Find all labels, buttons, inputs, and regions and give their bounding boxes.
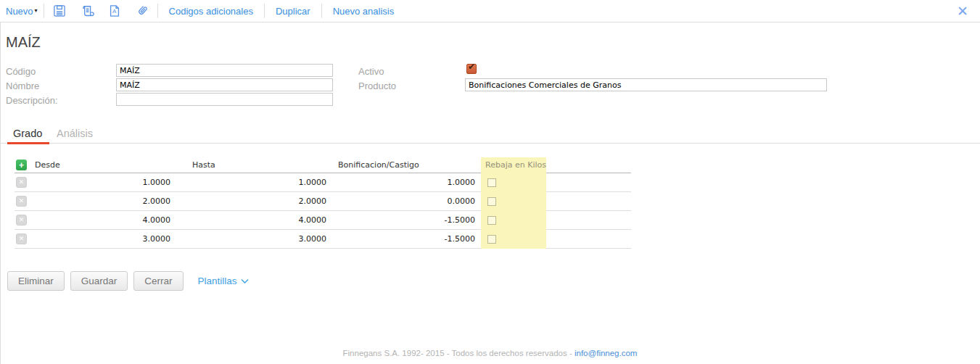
delete-row-button[interactable]: ✕ [16,177,27,188]
check-icon: ✔ [468,62,475,72]
toolbar-separator [321,4,322,18]
toolbar-separator [44,4,44,18]
cell-desde[interactable]: 3.0000 [35,234,170,244]
plus-icon: + [19,161,24,170]
x-icon: ✕ [19,217,25,223]
cell-bonificacion[interactable]: -1.5000 [326,234,475,244]
cell-bonificacion[interactable]: 1.0000 [326,178,475,187]
header-hasta: Hasta [170,160,326,170]
document-a-icon: A [107,4,122,18]
x-icon: ✕ [19,236,25,242]
codigo-label: Código [6,66,36,77]
x-icon: ✕ [19,198,25,204]
activo-checkbox[interactable]: ✔ [466,64,477,74]
save-icon [52,4,67,18]
action-bar: Eliminar Guardar Cerrar Plantillas [7,271,249,291]
tab-analisis[interactable]: Análisis [57,128,93,139]
delete-row-button[interactable]: ✕ [16,196,27,207]
header-bonificacion: Bonificacion/Castigo [326,160,475,170]
plantillas-menu-button[interactable]: Plantillas [198,276,249,286]
panel-left-border [0,22,1,364]
cell-desde[interactable]: 4.0000 [35,215,170,225]
descripcion-input[interactable] [116,93,333,106]
toolbar-separator [157,4,158,18]
attachment-icon [135,4,149,18]
nuevo-menu-button[interactable]: Nuevo ▾ [6,6,42,17]
codigos-adicionales-button[interactable]: Codigos adicionales [160,6,263,17]
svg-text:A: A [112,8,117,15]
descripcion-label: Descripción: [6,95,58,106]
cell-desde[interactable]: 1.0000 [35,178,170,187]
producto-label: Producto [358,80,396,91]
product-form-window: Nuevo ▾ A [0,0,980,364]
cell-hasta[interactable]: 2.0000 [170,197,326,206]
producto-input[interactable] [465,78,827,91]
active-tab-indicator [7,142,49,144]
cell-desde[interactable]: 2.0000 [35,197,170,206]
caret-down-icon: ▾ [35,8,38,14]
header-desde: Desde [35,160,170,170]
codigo-input[interactable] [116,64,333,77]
save-button[interactable] [46,1,73,20]
toolbar-separator [264,4,265,18]
nuevo-analisis-button[interactable]: Nuevo analisis [324,6,404,17]
nombre-input[interactable] [116,78,333,91]
delete-row-button[interactable]: ✕ [16,233,27,244]
plantillas-label: Plantillas [198,276,237,286]
nombre-label: Nómbre [6,80,39,91]
grado-table: + Desde Hasta Bonificacion/Castigo Rebaj… [15,157,631,249]
footer-email-link[interactable]: info@finneg.com [575,349,637,357]
cell-bonificacion[interactable]: 0.0000 [326,197,475,206]
page-title: MAÍZ [6,34,41,51]
tab-grado[interactable]: Grado [13,128,42,139]
report-button[interactable] [73,1,101,20]
close-icon[interactable]: ✕ [957,2,968,20]
footer: Finnegans S.A. 1992- 2015 - Todos los de… [0,349,980,357]
attach-button[interactable] [128,1,156,20]
eliminar-button[interactable]: Eliminar [7,271,65,291]
footer-text: Finnegans S.A. 1992- 2015 - Todos los de… [343,349,572,357]
delete-row-button[interactable]: ✕ [16,215,27,226]
cell-bonificacion[interactable]: -1.5000 [326,215,475,225]
scroll-icon [80,4,94,18]
cell-hasta[interactable]: 1.0000 [170,178,326,187]
rebaja-checkbox[interactable] [487,235,496,244]
rebaja-checkbox[interactable] [487,178,496,187]
guardar-button[interactable]: Guardar [70,271,128,291]
activo-label: Activo [358,66,384,77]
cerrar-button[interactable]: Cerrar [133,271,183,291]
toolbar: Nuevo ▾ A [0,0,980,22]
nuevo-label: Nuevo [6,6,33,17]
cell-hasta[interactable]: 3.0000 [170,234,326,244]
rebaja-checkbox[interactable] [487,197,496,206]
x-icon: ✕ [19,179,25,186]
document-button[interactable]: A [101,1,128,20]
duplicar-button[interactable]: Duplicar [266,6,320,17]
tab-bar: Grado Análisis [0,124,980,144]
add-row-button[interactable]: + [16,160,27,170]
header-rebaja: Rebaja en Kilos [475,160,546,170]
rebaja-checkbox[interactable] [487,216,496,225]
cell-hasta[interactable]: 4.0000 [170,215,326,225]
chevron-down-icon [241,278,249,284]
